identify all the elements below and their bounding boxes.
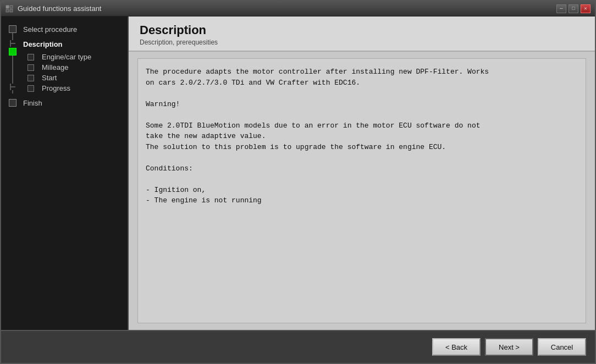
main-window: Guided functions assistant ─ □ ✕ Select … [0, 0, 596, 364]
svg-rect-2 [6, 9, 9, 12]
description-box: The procedure adapts the motor controlle… [137, 58, 586, 323]
window-icon [5, 5, 13, 13]
cancel-button[interactable]: Cancel [538, 338, 586, 356]
sidebar-item-select-procedure[interactable]: Select procedure [19, 22, 79, 37]
sidebar-item-progress[interactable]: Progress [19, 83, 93, 93]
svg-rect-0 [6, 5, 9, 8]
svg-rect-1 [10, 5, 13, 8]
titlebar: Guided functions assistant ─ □ ✕ [1, 1, 595, 16]
back-button[interactable]: < Back [432, 338, 481, 356]
minimize-button[interactable]: ─ [556, 4, 566, 13]
sidebar-item-start[interactable]: Start [19, 73, 93, 83]
content-area: Select procedure [1, 16, 595, 330]
next-button[interactable]: Next > [485, 338, 533, 356]
page-subtitle: Description, prerequesities [140, 38, 584, 46]
main-panel: Description Description, prerequesities … [129, 16, 595, 330]
svg-rect-3 [10, 9, 13, 12]
titlebar-buttons: ─ □ ✕ [556, 4, 591, 13]
description-text: The procedure adapts the motor controlle… [146, 67, 578, 206]
sidebar: Select procedure [1, 16, 129, 330]
sidebar-item-finish[interactable]: Finish [19, 96, 45, 111]
sidebar-item-milleage[interactable]: Milleage [19, 62, 93, 73]
maximize-button[interactable]: □ [569, 4, 578, 13]
sidebar-item-description[interactable]: Description [19, 37, 93, 52]
close-button[interactable]: ✕ [581, 4, 591, 13]
footer: < Back Next > Cancel [1, 330, 595, 363]
main-header: Description Description, prerequesities [129, 16, 595, 52]
page-title: Description [140, 23, 584, 37]
window-title: Guided functions assistant [18, 4, 552, 13]
sidebar-item-engine-car-type[interactable]: Engine/car type [19, 52, 93, 62]
